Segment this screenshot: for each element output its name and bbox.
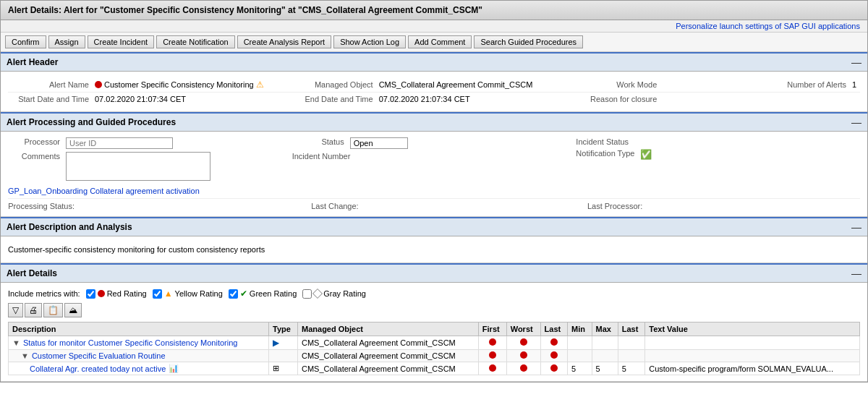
alert-name-value: Customer Specific Consistency Monitoring: [104, 80, 254, 89]
table-cell-managed-object: CMS_Collateral Agreement Commit_CSCM: [298, 336, 479, 350]
last-processor-label: Last Processor:: [576, 202, 648, 210]
red-metric-checkbox[interactable]: [86, 289, 95, 299]
status-value: Open: [350, 137, 408, 149]
comments-textarea[interactable]: [66, 152, 210, 181]
show-action-log-button[interactable]: Show Action Log: [333, 35, 406, 48]
alert-header-collapse[interactable]: —: [851, 56, 861, 68]
search-guided-button[interactable]: Search Guided Procedures: [474, 35, 583, 48]
main-toolbar: Confirm Assign Create Incident Create No…: [1, 33, 867, 52]
notification-type-check-icon: ✅: [640, 149, 652, 160]
table-cell-type: ▶: [268, 336, 297, 350]
status-red-dot: [550, 338, 558, 346]
table-cell-max: [592, 350, 618, 362]
table-row: Collateral Agr. created today not active…: [9, 362, 860, 375]
status-red-dot: [489, 338, 496, 346]
processing-collapse[interactable]: —: [851, 116, 861, 128]
details-toolbar: ▽ 🖨 📋 ⛰: [8, 303, 860, 317]
col-last: Last: [540, 323, 568, 336]
warn-icon: ⚠: [256, 80, 264, 90]
table-cell-last: [540, 350, 568, 362]
row-link[interactable]: Customer Specific Evaluation Routine: [32, 351, 166, 360]
start-date-label: Start Date and Time: [8, 95, 95, 103]
assign-button[interactable]: Assign: [48, 35, 85, 48]
table-cell-first: [478, 362, 506, 375]
yellow-metric-checkbox[interactable]: [153, 289, 162, 299]
description-text: Customer-specific consistency monitoring…: [8, 242, 860, 257]
description-title: Alert Description and Analysis: [7, 222, 132, 232]
gray-metric-label: Gray Rating: [323, 289, 366, 298]
processing-body: Processor Comments Status Open Incident …: [1, 132, 867, 217]
table-row: ▼Customer Specific Evaluation RoutineCMS…: [9, 350, 860, 362]
last-change-label: Last Change:: [292, 202, 365, 210]
managed-object-cell: Managed Object CMS_Collateral Agreement …: [292, 80, 576, 90]
gray-metric-checkbox[interactable]: [302, 289, 312, 299]
details-body: Include metrics with: Red Rating ▲ Yello…: [1, 283, 867, 382]
num-alerts-value: 1: [852, 80, 856, 89]
incident-number-row: Incident Number: [292, 152, 576, 161]
yellow-metric: ▲ Yellow Rating: [153, 289, 223, 299]
print-icon-button[interactable]: 🖨: [25, 303, 42, 317]
end-date-value: 07.02.2020 21:07:34 CET: [379, 95, 470, 103]
col-description: Description: [9, 323, 269, 336]
header-bottom-row: Start Date and Time 07.02.2020 21:07:34 …: [8, 93, 860, 106]
table-cell-text-value: [645, 336, 860, 350]
alert-header-section-header: Alert Header —: [1, 52, 867, 72]
table-cell-type: [268, 350, 297, 362]
details-collapse[interactable]: —: [851, 268, 861, 279]
table-cell-last: [540, 336, 568, 350]
create-notification-button[interactable]: Create Notification: [156, 35, 235, 48]
settings-icon-button[interactable]: ⛰: [64, 303, 82, 317]
status-red-dot: [489, 351, 496, 359]
col-managed-object: Managed Object: [298, 323, 479, 336]
row-link[interactable]: Status for monitor Customer Specific Con…: [23, 338, 238, 347]
table-cell-type: ⊞: [268, 362, 297, 375]
incident-status-label: Incident Status: [576, 137, 634, 146]
create-incident-button[interactable]: Create Incident: [88, 35, 155, 48]
table-cell-min: [568, 336, 592, 350]
expand-icon[interactable]: ▼: [12, 338, 20, 347]
type-arrow-icon: ▶: [273, 338, 279, 348]
comments-label: Comments: [8, 152, 66, 161]
alert-header-title: Alert Header: [7, 57, 58, 67]
alert-details-table: Description Type Managed Object First Wo…: [8, 322, 860, 375]
description-collapse[interactable]: —: [851, 221, 861, 233]
type-grid-icon: ⊞: [273, 364, 279, 372]
start-date-cell: Start Date and Time 07.02.2020 21:07:34 …: [8, 95, 292, 103]
status-red-dot: [550, 351, 558, 359]
green-metric: ✔ Green Rating: [229, 289, 297, 299]
expand-icon[interactable]: ▼: [21, 351, 29, 360]
col-text-value: Text Value: [645, 323, 860, 336]
col-last-val: Last: [618, 323, 645, 336]
create-analysis-button[interactable]: Create Analysis Report: [237, 35, 332, 48]
processor-row: Processor: [8, 137, 292, 149]
page-title: Alert Details: Alert for "Customer Speci…: [8, 5, 482, 15]
green-metric-icon: ✔: [240, 289, 247, 299]
guided-procedures-link[interactable]: GP_Loan_Onboarding Collateral agreement …: [8, 187, 200, 195]
table-row: ▼Status for monitor Customer Specific Co…: [9, 336, 860, 350]
status-label: Status: [292, 137, 350, 146]
green-metric-checkbox[interactable]: [229, 289, 238, 299]
status-red-dot: [520, 338, 527, 346]
yellow-metric-label: Yellow Rating: [175, 289, 223, 298]
processor-input[interactable]: [66, 137, 173, 149]
incident-status-row: Incident Status: [576, 137, 860, 146]
add-comment-button[interactable]: Add Comment: [408, 35, 472, 48]
table-cell-description: Collateral Agr. created today not active…: [9, 362, 269, 375]
personalize-link[interactable]: Personalize launch settings of SAP GUI a…: [676, 22, 860, 30]
work-mode-label: Work Mode: [576, 80, 663, 89]
incident-number-label: Incident Number: [292, 152, 357, 161]
page-title-bar: Alert Details: Alert for "Customer Speci…: [1, 1, 867, 20]
description-section-header: Alert Description and Analysis —: [1, 217, 867, 236]
table-cell-managed-object: CMS_Collateral Agreement Commit_CSCM: [298, 362, 479, 375]
details-section-header: Alert Details —: [1, 263, 867, 283]
red-metric: Red Rating: [86, 289, 147, 299]
managed-object-value: CMS_Collateral Agreement Commit_CSCM: [379, 80, 533, 89]
proc-status-label: Processing Status:: [8, 202, 80, 210]
confirm-button[interactable]: Confirm: [5, 35, 46, 48]
export-icon-button[interactable]: 📋: [43, 303, 63, 317]
last-change-cell: Last Change:: [292, 202, 576, 210]
table-cell-description: ▼Customer Specific Evaluation Routine: [9, 350, 269, 362]
filter-icon-button[interactable]: ▽: [8, 303, 23, 317]
row-link[interactable]: Collateral Agr. created today not active: [30, 364, 166, 373]
proc-status-cell: Processing Status:: [8, 202, 292, 210]
